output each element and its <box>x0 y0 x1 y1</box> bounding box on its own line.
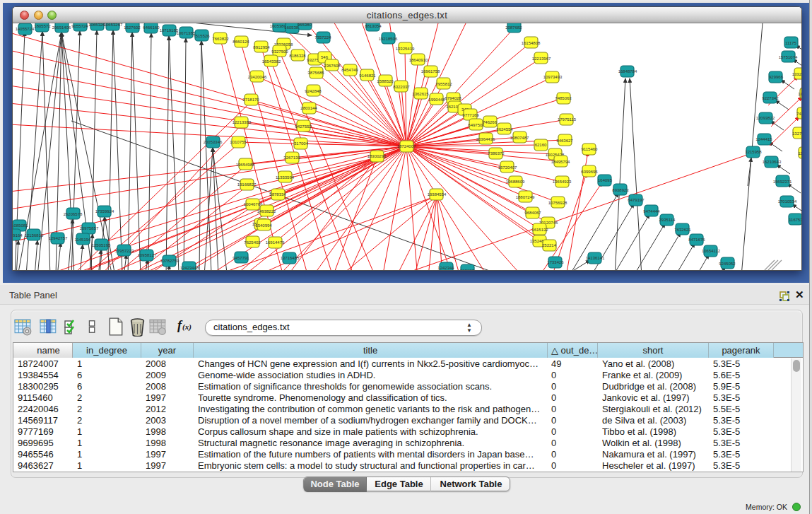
svg-text:14938222: 14938222 <box>257 209 276 214</box>
svg-text:23420046: 23420046 <box>248 75 267 79</box>
svg-text:8939164: 8939164 <box>13 233 23 238</box>
svg-text:10654112: 10654112 <box>702 249 721 253</box>
svg-text:13654923: 13654923 <box>553 180 572 184</box>
svg-text:1733426: 1733426 <box>547 260 564 264</box>
svg-text:929966: 929966 <box>769 75 784 79</box>
svg-text:19384554: 19384554 <box>428 192 447 197</box>
svg-text:10653267: 10653267 <box>104 23 123 27</box>
svg-text:9115460: 9115460 <box>582 147 599 151</box>
svg-text:20053346: 20053346 <box>204 140 223 144</box>
svg-text:7663822: 7663822 <box>212 37 229 41</box>
svg-text:17010534: 17010534 <box>778 199 797 204</box>
svg-text:9055724: 9055724 <box>71 24 88 28</box>
svg-text:9684067: 9684067 <box>524 211 541 215</box>
svg-text:7625402: 7625402 <box>244 240 261 245</box>
svg-text:16848784: 16848784 <box>618 69 637 74</box>
svg-text:20975857: 20975857 <box>80 226 99 230</box>
svg-text:12942757: 12942757 <box>49 236 68 240</box>
svg-text:116409: 116409 <box>798 151 802 156</box>
svg-text:8322037: 8322037 <box>393 85 410 89</box>
svg-text:9227342: 9227342 <box>762 96 779 100</box>
svg-text:7357224: 7357224 <box>314 35 331 40</box>
svg-text:8186328: 8186328 <box>289 54 306 58</box>
svg-text:13716485: 13716485 <box>281 256 300 260</box>
svg-text:12213967: 12213967 <box>532 57 551 61</box>
svg-text:10958127: 10958127 <box>138 253 157 257</box>
svg-text:963627: 963627 <box>460 269 475 271</box>
svg-text:2087682: 2087682 <box>505 25 522 30</box>
svg-text:16154808: 16154808 <box>522 41 541 45</box>
svg-text:1588520: 1588520 <box>377 79 394 83</box>
svg-text:5878334: 5878334 <box>269 192 286 197</box>
svg-text:9245052: 9245052 <box>719 262 736 266</box>
svg-text:8938923: 8938923 <box>612 188 629 192</box>
svg-text:11175: 11175 <box>785 41 796 45</box>
svg-text:10688609: 10688609 <box>506 180 525 184</box>
svg-text:2803144: 2803144 <box>300 106 317 110</box>
svg-text:7386372: 7386372 <box>488 151 505 156</box>
svg-text:6099695: 6099695 <box>581 170 598 174</box>
svg-text:7955812: 7955812 <box>435 82 452 86</box>
svg-text:1010755: 1010755 <box>230 140 247 144</box>
svg-text:1615132: 1615132 <box>531 228 548 232</box>
svg-text:13325419: 13325419 <box>792 72 802 76</box>
svg-text:17359924: 17359924 <box>95 209 114 214</box>
svg-text:1085081: 1085081 <box>13 223 28 228</box>
svg-text:17975115: 17975115 <box>558 117 577 122</box>
svg-text:10756928: 10756928 <box>548 201 567 205</box>
svg-text:18300295: 18300295 <box>367 154 387 158</box>
svg-text:12093822: 12093822 <box>756 116 775 120</box>
svg-text:1242344: 1242344 <box>437 266 454 270</box>
svg-text:8813054: 8813054 <box>365 24 382 28</box>
svg-text:6466160: 6466160 <box>143 25 160 30</box>
svg-text:965380: 965380 <box>298 23 312 27</box>
svg-text:1145194: 1145194 <box>75 238 92 242</box>
svg-text:7485063: 7485063 <box>555 96 572 100</box>
svg-text:15692371: 15692371 <box>773 180 792 184</box>
svg-text:3875685: 3875685 <box>307 71 324 75</box>
svg-text:16543382: 16543382 <box>262 59 281 64</box>
svg-text:3215958: 3215958 <box>745 150 762 154</box>
svg-text:12213383: 12213383 <box>233 120 252 124</box>
svg-text:9146821: 9146821 <box>359 74 376 78</box>
svg-text:7632621: 7632621 <box>674 228 691 232</box>
svg-text:14136141: 14136141 <box>586 256 605 260</box>
svg-text:18640910: 18640910 <box>409 58 428 62</box>
svg-text:19654988: 19654988 <box>236 163 255 167</box>
svg-text:19218506: 19218506 <box>379 37 398 41</box>
svg-text:2935114: 2935114 <box>659 218 676 222</box>
svg-text:1362615: 1362615 <box>412 92 429 96</box>
svg-text:16961758: 16961758 <box>421 69 440 74</box>
svg-text:14055724: 14055724 <box>16 27 35 31</box>
svg-text:3624554: 3624554 <box>496 127 513 132</box>
svg-text:8454749: 8454749 <box>341 68 358 72</box>
svg-text:8912954: 8912954 <box>253 45 270 49</box>
svg-text:164095: 164095 <box>598 178 613 182</box>
svg-text:15751074: 15751074 <box>779 55 798 59</box>
svg-text:1527602: 1527602 <box>124 25 141 30</box>
svg-text:7515526: 7515526 <box>193 34 210 38</box>
svg-text:746266: 746266 <box>483 120 498 124</box>
svg-text:10782759: 10782759 <box>160 259 180 263</box>
svg-text:748500: 748500 <box>796 112 802 116</box>
svg-text:9427552: 9427552 <box>295 124 312 129</box>
svg-text:10046766: 10046766 <box>244 202 263 206</box>
svg-text:9327500: 9327500 <box>271 49 288 54</box>
svg-text:(x): (x) <box>182 322 192 332</box>
svg-text:2718170: 2718170 <box>242 98 259 102</box>
svg-text:19166827: 19166827 <box>237 182 257 187</box>
svg-text:9777169: 9777169 <box>462 113 479 117</box>
svg-text:116753: 116753 <box>789 218 802 222</box>
svg-text:13325419: 13325419 <box>396 47 415 51</box>
svg-text:1540994: 1540994 <box>255 223 272 228</box>
svg-text:252214: 252214 <box>542 243 557 247</box>
svg-text:12505195: 12505195 <box>92 243 111 247</box>
svg-text:18495794: 18495794 <box>551 160 570 164</box>
svg-text:62160: 62160 <box>535 143 547 147</box>
svg-text:1244415: 1244415 <box>755 137 772 141</box>
svg-text:1990448: 1990448 <box>428 98 445 102</box>
svg-text:132754: 132754 <box>792 132 802 136</box>
svg-text:546: 546 <box>321 55 329 59</box>
svg-text:8660124: 8660124 <box>233 40 249 44</box>
svg-text:9463627: 9463627 <box>556 139 573 143</box>
